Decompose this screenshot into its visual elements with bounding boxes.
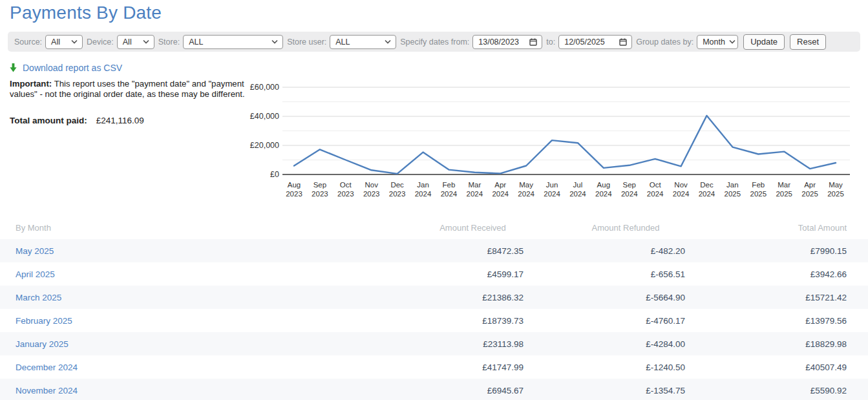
update-button[interactable]: Update [743, 34, 785, 50]
payments-chart: £0£20,000£40,000£60,000Aug2023Sep2023Oct… [239, 67, 860, 204]
store-select[interactable]: ALL [183, 35, 283, 49]
device-select[interactable]: All [117, 35, 154, 49]
table-row: January 2025£23113.98£-4284.00£18829.98 [0, 332, 868, 355]
table-row: March 2025£21386.32£-5664.90£15721.42 [0, 286, 868, 309]
amount-refunded-cell: £-1354.75 [545, 379, 706, 400]
svg-text:2025: 2025 [725, 190, 741, 198]
total-amount-cell: £13979.56 [706, 309, 868, 332]
filter-bar: Source: All Device: All Store: ALL Store… [8, 32, 860, 52]
svg-text:2024: 2024 [492, 190, 509, 198]
date-to-input[interactable]: 12/05/2025 [558, 35, 632, 49]
page-title: Payments By Date [10, 3, 162, 23]
month-link[interactable]: March 2025 [16, 293, 61, 302]
header-amount-refunded: Amount Refunded [545, 216, 706, 239]
svg-text:£60,000: £60,000 [250, 83, 279, 92]
store-user-label: Store user: [287, 37, 326, 47]
svg-text:May: May [829, 181, 843, 189]
amount-received-cell: £41747.99 [401, 355, 545, 379]
total-amount-label: Total amount paid: [10, 116, 87, 125]
svg-text:£40,000: £40,000 [250, 112, 279, 121]
month-cell: November 2024 [0, 379, 401, 400]
svg-text:Nov: Nov [365, 181, 378, 189]
svg-text:Jul: Jul [573, 181, 583, 189]
month-cell: February 2025 [0, 309, 401, 332]
total-amount-cell: £18829.98 [706, 332, 868, 355]
amount-refunded-cell: £-656.51 [545, 262, 706, 286]
reset-button[interactable]: Reset [790, 34, 826, 50]
table-header-row: By Month Amount Received Amount Refunded… [0, 216, 868, 239]
date-from-label: Specify dates from: [400, 37, 469, 47]
amount-received-cell: £21386.32 [401, 286, 545, 309]
svg-text:2025: 2025 [750, 190, 767, 198]
svg-text:Mar: Mar [778, 181, 790, 189]
total-amount-value: £241,116.09 [96, 116, 144, 125]
table-row: April 2025£4599.17£-656.51£3942.66 [0, 262, 868, 286]
group-by-select[interactable]: Month [697, 35, 738, 49]
svg-text:2024: 2024 [441, 190, 458, 198]
download-csv-label: Download report as CSV [23, 63, 122, 73]
month-link[interactable]: November 2024 [16, 386, 78, 395]
amount-received-cell: £8472.35 [401, 239, 545, 262]
month-cell: January 2025 [0, 332, 401, 355]
header-by-month: By Month [0, 216, 401, 239]
amount-received-cell: £18739.73 [401, 309, 545, 332]
store-user-select[interactable]: ALL [330, 35, 396, 49]
month-link[interactable]: May 2025 [16, 246, 54, 256]
svg-text:Jun: Jun [546, 181, 558, 189]
svg-text:2024: 2024 [518, 190, 535, 198]
svg-text:Jan: Jan [417, 181, 429, 189]
svg-text:2024: 2024 [544, 190, 560, 198]
total-amount-cell: £40507.49 [706, 355, 868, 379]
amount-refunded-cell: £-4284.00 [545, 332, 706, 355]
svg-text:Sep: Sep [623, 181, 636, 189]
store-label: Store: [158, 37, 180, 47]
month-link[interactable]: April 2025 [16, 269, 55, 279]
svg-text:2023: 2023 [337, 190, 354, 198]
calendar-icon [529, 38, 537, 46]
total-amount-cell: £3942.66 [706, 262, 868, 286]
amount-refunded-cell: £-5664.90 [545, 286, 706, 309]
source-select[interactable]: All [45, 35, 83, 49]
svg-text:2025: 2025 [827, 190, 844, 198]
device-select-value: All [123, 37, 132, 47]
by-month-table: By Month Amount Received Amount Refunded… [0, 216, 868, 400]
month-link[interactable]: December 2024 [16, 363, 78, 372]
month-link[interactable]: January 2025 [16, 339, 69, 349]
download-csv-link[interactable]: Download report as CSV [10, 63, 250, 73]
important-note: Important: This report uses the "payment… [10, 79, 250, 100]
chart-line [294, 116, 836, 174]
source-select-value: All [51, 37, 60, 47]
header-amount-received: Amount Received [401, 216, 545, 239]
month-link[interactable]: February 2025 [16, 316, 72, 326]
svg-text:Oct: Oct [650, 181, 662, 189]
total-amount-cell: £7990.15 [706, 239, 868, 262]
svg-text:2024: 2024 [595, 190, 612, 198]
chevron-down-icon [385, 39, 391, 44]
svg-text:£20,000: £20,000 [250, 141, 279, 150]
svg-text:Nov: Nov [674, 181, 688, 189]
svg-text:Dec: Dec [390, 181, 404, 189]
date-from-input[interactable]: 13/08/2023 [472, 35, 542, 49]
date-to-value: 12/05/2025 [564, 37, 605, 47]
payments-line-chart: £0£20,000£40,000£60,000Aug2023Sep2023Oct… [239, 67, 860, 204]
table-row: November 2024£6945.67£-1354.75£5590.92 [0, 379, 868, 400]
amount-received-cell: £23113.98 [401, 332, 545, 355]
svg-text:2024: 2024 [569, 190, 586, 198]
svg-text:Feb: Feb [443, 181, 456, 189]
svg-text:2024: 2024 [415, 190, 432, 198]
group-dates-label: Group dates by: [636, 37, 693, 47]
svg-text:2024: 2024 [621, 190, 638, 198]
chevron-down-icon [729, 39, 736, 44]
svg-text:2024: 2024 [467, 190, 483, 198]
amount-refunded-cell: £-4760.17 [545, 309, 706, 332]
svg-text:Mar: Mar [468, 181, 481, 189]
chevron-down-icon [143, 39, 149, 44]
svg-text:Feb: Feb [752, 181, 765, 189]
important-note-bold: Important: [10, 79, 52, 89]
report-info-panel: Download report as CSV Important: This r… [10, 63, 250, 125]
chevron-down-icon [71, 39, 78, 44]
table-row: February 2025£18739.73£-4760.17£13979.56 [0, 309, 868, 332]
device-label: Device: [87, 37, 114, 47]
svg-text:Aug: Aug [288, 181, 301, 189]
svg-text:Oct: Oct [340, 181, 352, 189]
